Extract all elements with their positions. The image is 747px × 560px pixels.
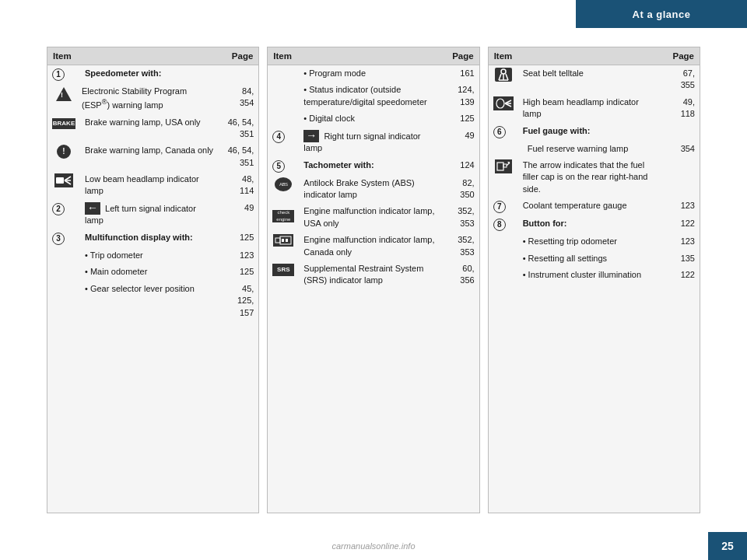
bullet-pad-r2	[489, 250, 518, 267]
table-row: High beam headlamp indicator lamp 49,118	[489, 94, 700, 123]
at-a-glance-banner: At a glance	[576, 0, 747, 28]
tachometer-label: Tachometer with:	[299, 157, 440, 175]
banner-text: At a glance	[633, 9, 691, 20]
srs-icon: SRS	[272, 264, 294, 276]
engine-canada-icon	[273, 234, 293, 247]
circle-3: 3	[52, 233, 65, 245]
table-row: 8 Button for: 122	[489, 215, 700, 233]
column-2: Item Page Program mode 161 Status indica…	[267, 47, 479, 513]
svg-rect-6	[282, 239, 284, 242]
main-odometer-page: 125	[219, 264, 258, 280]
reset-all-label: Resetting all settings	[518, 250, 661, 267]
gear-selector-label: Gear selector lever position	[80, 281, 219, 321]
esp-icon-cell: !	[47, 83, 80, 114]
circle-1: 1	[52, 68, 65, 81]
fuel-reserve-icon-cell	[489, 141, 518, 157]
brake-icon: BRAKE	[52, 118, 75, 129]
bullet-pad	[268, 65, 299, 82]
table-row: Gear selector lever position 45,125,157	[47, 281, 258, 321]
rightturn-label: → Right turn signal indicator lamp	[299, 128, 440, 157]
seatbelt-page: 67,355	[661, 65, 700, 94]
table-row: Low beam headlamp indicator lamp 48,114	[47, 171, 258, 200]
table-row: SRS Supplemental Restraint System (SRS) …	[268, 261, 479, 289]
table-row: 7 Coolant temperature gauge 123	[489, 198, 700, 215]
check-engine-usa-page: 352,353	[440, 203, 479, 232]
lowbeam-page: 48,114	[219, 171, 258, 200]
lowbeam-label: Low beam headlamp indicator lamp	[80, 171, 219, 200]
reset-all-page: 135	[661, 250, 700, 267]
engine-canada-label: Engine malfunction indicator lamp, Canad…	[299, 232, 440, 261]
fuel-gauge-label: Fuel gauge with:	[518, 123, 661, 141]
table-row: ! Brake warning lamp, Canada only 46, 54…	[47, 142, 258, 171]
svg-rect-0	[56, 177, 64, 184]
seatbelt-label: Seat belt telltale	[518, 65, 661, 94]
page-number: 25	[721, 540, 734, 552]
fuel-arrow-label: The arrow indicates that the fuel filler…	[518, 157, 661, 198]
trip-odometer-label: Trip odometer	[80, 247, 219, 264]
table-row: Instrument cluster illumination 122	[489, 267, 700, 283]
table-row: 2 ← Left turn signal indicator lamp 49	[47, 200, 258, 229]
coolant-label: Coolant temperature gauge	[518, 198, 661, 215]
button-for-label: Button for:	[518, 215, 661, 233]
col1-page-header: Page	[219, 47, 258, 65]
speedometer-page	[219, 65, 258, 84]
multifunction-page: 125	[219, 229, 258, 247]
warning-icon: !	[56, 87, 72, 101]
bullet-cell2	[47, 264, 80, 280]
table-row: Resetting all settings 135	[489, 250, 700, 267]
program-mode-label: Program mode	[299, 65, 440, 82]
highbeam-icon	[493, 96, 514, 110]
rightturn-page: 49	[440, 128, 479, 157]
table-row: 1 Speedometer with:	[47, 65, 258, 84]
reset-trip-label: Resetting trip odometer	[518, 233, 661, 250]
main-odometer-label: Main odometer	[80, 264, 219, 280]
col1-item-header: Item	[47, 47, 219, 65]
gear-selector-page: 45,125,157	[219, 281, 258, 321]
coolant-page: 123	[661, 198, 700, 215]
lowbeam-icon-cell	[47, 171, 80, 200]
svg-point-8	[501, 69, 506, 74]
highbeam-icon-cell	[489, 94, 518, 123]
table-row: BRAKE Brake warning lamp, USA only 46, 5…	[47, 114, 258, 143]
leftturn-icon: ←	[85, 202, 100, 215]
check-engine-usa-icon-cell: checkengine	[268, 203, 299, 232]
col2-item-header: Item	[268, 47, 440, 65]
svg-rect-17	[497, 163, 503, 170]
table-row: checkengine Engine malfunction indicator…	[268, 203, 479, 232]
circle-8: 8	[493, 219, 506, 231]
circle-2: 2	[52, 203, 65, 215]
digital-clock-page: 125	[440, 110, 479, 127]
lowbeam-icon	[54, 173, 73, 187]
trip-odometer-page: 123	[219, 247, 258, 264]
circle-5: 5	[272, 160, 285, 173]
table-row: ! Electronic Stability Program (ESP®) wa…	[47, 83, 258, 114]
multifunction-label: Multifunction display with:	[80, 229, 219, 247]
table-1: Item Page 1 Speedometer with:	[47, 47, 258, 321]
brake-usa-icon-cell: BRAKE	[47, 114, 80, 143]
table-row: ABS Antilock Brake System (ABS) indicato…	[268, 175, 479, 204]
table-row: Seat belt telltale 67,355	[489, 65, 700, 94]
fuel-gauge-page	[661, 123, 700, 141]
brake-canada-icon-cell: !	[47, 142, 80, 171]
circle-4: 4	[272, 131, 285, 143]
fuel-arrow-page	[661, 157, 700, 198]
seatbelt-icon	[495, 68, 512, 82]
svg-line-10	[506, 74, 508, 80]
highbeam-page: 49,118	[661, 94, 700, 123]
bullet-cell3	[47, 281, 80, 321]
brake-usa-label: Brake warning lamp, USA only	[80, 114, 219, 143]
cluster-illum-page: 122	[661, 267, 700, 283]
table-row: Main odometer 125	[47, 264, 258, 280]
table-row: Trip odometer 123	[47, 247, 258, 264]
abs-icon-cell: ABS	[268, 175, 299, 204]
circle-7: 7	[493, 201, 506, 213]
col2-page-header: Page	[440, 47, 479, 65]
leftturn-page: 49	[219, 200, 258, 229]
abs-page: 82,350	[440, 175, 479, 204]
button-for-page: 122	[661, 215, 700, 233]
brake-canada-label: Brake warning lamp, Canada only	[80, 142, 219, 171]
col3-page-header: Page	[661, 47, 700, 65]
fuel-icon-cell	[489, 157, 518, 198]
esp-label: Electronic Stability Program (ESP®) warn…	[80, 83, 219, 114]
table-row: Program mode 161	[268, 65, 479, 82]
